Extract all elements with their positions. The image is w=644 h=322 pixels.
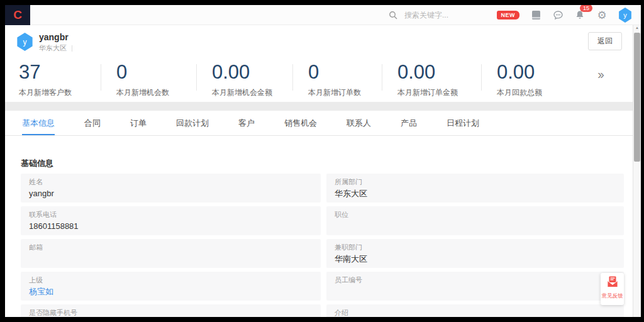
tab-basic-info[interactable]: 基本信息 xyxy=(22,111,55,135)
basic-info-section-title: 基础信息 xyxy=(21,158,53,169)
profile-avatar: y xyxy=(16,33,33,51)
search-icon xyxy=(387,9,399,21)
tab-contact[interactable]: 联系人 xyxy=(347,111,371,135)
tab-order[interactable]: 订单 xyxy=(130,111,147,135)
feedback-envelope-icon xyxy=(606,276,619,291)
stat-new-opportunities: 0 本月新增机会数 xyxy=(116,62,169,98)
chat-icon[interactable] xyxy=(552,9,564,21)
tab-product[interactable]: 产品 xyxy=(401,111,417,135)
global-search xyxy=(387,5,499,25)
notification-count-badge: 15 xyxy=(580,5,592,12)
stat-new-customers: 37 本月新增客户数 xyxy=(19,62,72,98)
tab-sales-opportunity[interactable]: 销售机会 xyxy=(284,111,317,135)
supervisor-link[interactable]: 杨宝如 xyxy=(29,286,313,297)
vertical-scrollbar[interactable]: ▲ xyxy=(633,25,641,317)
feedback-widget[interactable]: 意见反馈 xyxy=(601,273,624,305)
search-input[interactable] xyxy=(404,11,499,19)
settings-gear-icon[interactable]: ⚙ xyxy=(596,9,608,21)
phone-field[interactable]: 联系电话 18601158881 xyxy=(21,206,321,235)
scroll-up-arrow-icon[interactable]: ▲ xyxy=(633,26,641,30)
profile-department: 华东大区 xyxy=(39,43,72,53)
stats-more-chevron-icon[interactable]: ›› xyxy=(597,67,602,82)
department-field[interactable]: 所属部门 华东大区 xyxy=(326,174,624,203)
stat-payment-total: 0.00 本月回款总额 xyxy=(497,62,542,98)
hide-phone-field[interactable]: 是否隐藏手机号 xyxy=(21,304,321,317)
stat-new-order-amount: 0.00 本月新增订单金额 xyxy=(397,62,458,98)
user-avatar[interactable]: y xyxy=(618,8,632,23)
top-navigation-bar: C NEW xyxy=(5,5,641,25)
email-field[interactable]: 邮箱 xyxy=(21,239,321,268)
notifications-bell-icon[interactable]: 15 xyxy=(574,9,586,21)
position-field[interactable]: 职位 xyxy=(326,206,624,235)
app-window: C NEW xyxy=(5,5,641,317)
section-separator xyxy=(5,102,641,111)
form-column-left: 姓名 yangbr 联系电话 18601158881 邮箱 上级 杨宝如 是否隐… xyxy=(21,174,321,317)
notebook-icon[interactable] xyxy=(530,9,541,21)
feedback-label: 意见反馈 xyxy=(602,292,623,300)
introduction-field[interactable]: 介绍 xyxy=(326,304,624,317)
scrollbar-thumb[interactable] xyxy=(634,33,640,162)
detail-tabs: 基本信息 合同 订单 回款计划 客户 销售机会 联系人 产品 日程计划 xyxy=(5,111,641,136)
name-field[interactable]: 姓名 yangbr xyxy=(21,174,321,203)
new-feature-badge[interactable]: NEW xyxy=(497,11,520,19)
secondary-department-field[interactable]: 兼职部门 华南大区 xyxy=(326,239,624,268)
tab-contract[interactable]: 合同 xyxy=(84,111,101,135)
profile-name: yangbr xyxy=(39,32,69,42)
profile-header: y yangbr 华东大区 返回 xyxy=(5,25,641,57)
tab-payment-plan[interactable]: 回款计划 xyxy=(176,111,209,135)
stat-new-opportunity-amount: 0.00 本月新增机会金额 xyxy=(212,62,272,98)
back-button[interactable]: 返回 xyxy=(588,32,622,50)
tab-customer[interactable]: 客户 xyxy=(238,111,255,135)
stat-new-orders: 0 本月新增订单数 xyxy=(308,62,361,98)
app-logo[interactable]: C xyxy=(5,5,30,25)
monthly-stats-band: 37 本月新增客户数 0 本月新增机会数 0.00 本月新增机会金额 0 本月新… xyxy=(5,57,641,102)
supervisor-field[interactable]: 上级 杨宝如 xyxy=(21,272,321,301)
employee-id-field[interactable]: 员工编号 xyxy=(326,272,624,301)
form-column-right: 所属部门 华东大区 职位 兼职部门 华南大区 员工编号 介绍 xyxy=(326,174,624,317)
tab-schedule[interactable]: 日程计划 xyxy=(447,111,479,135)
